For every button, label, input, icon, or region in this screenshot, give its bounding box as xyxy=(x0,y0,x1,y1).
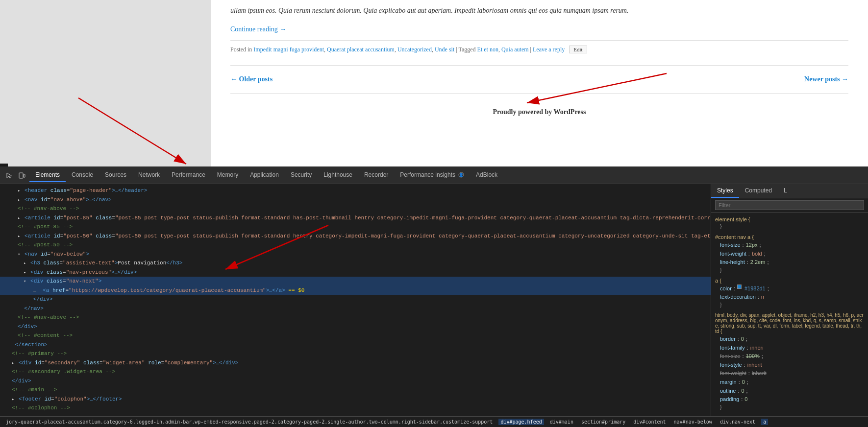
tab-elements[interactable]: Elements xyxy=(29,168,66,182)
tab-memory[interactable]: Memory xyxy=(211,168,244,182)
html-line-comment7: <!-- #colophon --> xyxy=(0,403,711,413)
html-panel[interactable]: <header class="page-header">…</header> <… xyxy=(0,184,711,416)
tab-console[interactable]: Console xyxy=(66,168,99,182)
style-rule-element: element.style { } xyxy=(715,216,864,229)
continue-reading-link[interactable]: Continue reading → xyxy=(230,25,848,33)
category-link-3[interactable]: Uncategorized xyxy=(397,46,432,53)
category-link-4[interactable]: Unde sit xyxy=(435,46,454,53)
newer-posts-link[interactable]: Newer posts → xyxy=(804,75,848,83)
html-line-nav-next[interactable]: <div class="nav-next"> xyxy=(0,277,711,286)
style-prop-color: color: #1982d1; xyxy=(720,285,864,293)
tab-recorder[interactable]: Recorder xyxy=(358,168,394,182)
html-line-div-secondary[interactable]: <div id="secondary" class="widget-area" … xyxy=(0,358,711,368)
styles-tab-computed[interactable]: Computed xyxy=(739,184,778,198)
tab-adblock[interactable]: AdBlock xyxy=(470,168,503,182)
html-line-div-close2: </div> xyxy=(0,322,711,332)
collapse-triangle-6[interactable] xyxy=(24,261,26,267)
collapse-triangle-9[interactable] xyxy=(12,360,14,367)
breadcrumb-sep-2 xyxy=(545,419,547,425)
html-line-footer[interactable]: <footer id="colophon">…</footer> xyxy=(0,395,711,404)
style-prop-border: border: 0; xyxy=(720,335,864,344)
collapse-triangle-7[interactable] xyxy=(24,270,26,277)
html-line-article-85[interactable]: <article id="post-85" class="post-85 pos… xyxy=(0,214,711,223)
style-rule-a: a { color: #1982d1; text-decoration: n } xyxy=(715,278,864,308)
tab-performance[interactable]: Performance xyxy=(166,168,211,182)
style-rule-content-nav-a: #content nav a { font-size: 12px; font-w… xyxy=(715,234,864,273)
tab-security[interactable]: Security xyxy=(285,168,318,182)
styles-tab-styles[interactable]: Styles xyxy=(711,184,739,198)
style-prop-text-dec: text-decoration: n xyxy=(720,293,864,302)
edit-button[interactable]: Edit xyxy=(569,46,587,53)
breadcrumb-item-nav-below[interactable]: nav#nav-below xyxy=(672,419,714,425)
breadcrumb-item-main[interactable]: div#main xyxy=(548,419,575,425)
url-tooltip xyxy=(0,164,8,166)
older-posts-link[interactable]: ← Older posts xyxy=(230,75,273,83)
style-prop-font-style: font-style: inherit xyxy=(720,361,864,370)
html-line-nav-prev[interactable]: <div class="nav-previous">…</div> xyxy=(0,268,711,277)
svg-rect-6 xyxy=(19,173,23,178)
collapse-triangle-4[interactable] xyxy=(18,234,20,240)
tab-performance-insights[interactable]: Performance insights 👤 xyxy=(394,168,470,182)
breadcrumb-item-a[interactable]: a xyxy=(761,419,768,425)
tag-link-1[interactable]: Et et non xyxy=(477,46,498,53)
html-line-comment5: <!-- #secondary .widget-area --> xyxy=(0,367,711,377)
html-line-section-close: </section> xyxy=(0,340,711,350)
html-line-article-50[interactable]: <article id="post-50" class="post-50 pos… xyxy=(0,232,711,241)
styles-panel: Styles Computed L element.style { } #con… xyxy=(711,184,868,416)
post-excerpt: ullam ipsum eos. Quia rerum nesciunt dol… xyxy=(230,0,848,17)
devtools-tabs: Elements Console Sources Network Perform… xyxy=(29,168,864,182)
html-line-comment2: <!-- #nav-above --> xyxy=(0,313,711,322)
leave-reply-link[interactable]: Leave a reply xyxy=(533,46,565,53)
breadcrumb-sep-1 xyxy=(495,419,498,425)
styles-content: element.style { } #content nav a { font-… xyxy=(711,213,868,416)
devtools: Elements Console Sources Network Perform… xyxy=(0,166,868,427)
html-line-comment-nav-above: <!-- #nav-above --> xyxy=(0,204,711,214)
breadcrumb-sep-5 xyxy=(669,419,671,425)
html-line-nav-above[interactable]: <nav id="nav-above">…</nav> xyxy=(0,195,711,205)
style-selector: element.style { xyxy=(715,216,864,222)
html-line-comment-post85: <!-- #post-85 --> xyxy=(0,222,711,232)
devtools-main: <header class="page-header">…</header> <… xyxy=(0,184,868,416)
breadcrumb-item-nav-next[interactable]: div.nav-next xyxy=(718,419,757,425)
devtools-toolbar: Elements Console Sources Network Perform… xyxy=(0,166,868,184)
site-footer: Proudly powered by WordPress xyxy=(230,93,848,121)
collapse-triangle-10[interactable] xyxy=(12,397,14,403)
collapse-triangle-2[interactable] xyxy=(18,197,20,204)
breadcrumb-item-page[interactable]: div#page.hfeed xyxy=(498,419,544,425)
html-line-nav-below[interactable]: <nav id="nav-below"> xyxy=(0,250,711,259)
html-line-a-href[interactable]: … <a href="https://wpdevelop.test/catego… xyxy=(0,286,711,295)
html-line-comment6: <!-- #main --> xyxy=(0,385,711,395)
collapse-triangle-5[interactable] xyxy=(18,252,20,259)
tagged-label: | Tagged xyxy=(456,46,475,53)
html-line-header[interactable]: <header class="page-header">…</header> xyxy=(0,186,711,195)
html-line-comment-post50: <!-- #post-50 --> xyxy=(0,240,711,250)
breadcrumb-sep-7 xyxy=(758,419,761,425)
collapse-triangle[interactable] xyxy=(18,188,20,195)
html-line-nav-close: </nav> xyxy=(0,304,711,313)
tab-application[interactable]: Application xyxy=(244,168,285,182)
breadcrumb-item-primary[interactable]: section#primary xyxy=(579,419,627,425)
breadcrumb-sep-4 xyxy=(628,419,631,425)
collapse-triangle-8[interactable] xyxy=(24,279,26,285)
breadcrumb-item-content[interactable]: div#content xyxy=(631,419,668,425)
style-selector-4: html, body, div, span, applet, object, i… xyxy=(715,312,864,334)
styles-tab-l[interactable]: L xyxy=(778,184,793,198)
tab-sources[interactable]: Sources xyxy=(99,168,132,182)
styles-filter-input[interactable] xyxy=(715,200,864,210)
tab-network[interactable]: Network xyxy=(132,168,166,182)
style-selector-3: a { xyxy=(715,278,864,284)
post-meta: Posted in Impedit magni fuga provident, … xyxy=(230,40,848,53)
style-prop-3: line-height: 2.2em; xyxy=(720,258,864,267)
device-icon[interactable] xyxy=(17,170,27,181)
tab-lighthouse[interactable]: Lighthouse xyxy=(318,168,358,182)
posted-in-label: Posted in xyxy=(230,46,252,53)
html-line-h3[interactable]: <h3 class="assistive-text">Post navigati… xyxy=(0,259,711,268)
category-link-1[interactable]: Impedit magni fuga provident xyxy=(253,46,324,53)
breadcrumb-item-body[interactable]: jory-quaerat-placeat-accusantium.categor… xyxy=(4,419,495,425)
collapse-triangle-3[interactable] xyxy=(18,215,20,222)
breadcrumb-sep-6 xyxy=(715,419,718,425)
cursor-icon[interactable] xyxy=(4,170,15,181)
html-line-div-close3: </div> xyxy=(0,377,711,386)
tag-link-2[interactable]: Quia autem xyxy=(501,46,529,53)
category-link-2[interactable]: Quaerat placeat accusantium xyxy=(327,46,395,53)
